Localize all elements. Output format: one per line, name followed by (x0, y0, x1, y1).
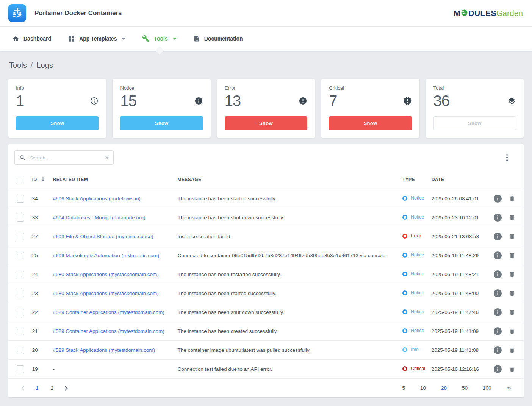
related-item-link[interactable]: #529 Stack Applications (mytestdomain.co… (53, 347, 155, 353)
column-header-id[interactable]: ID (32, 177, 37, 182)
log-id: 19 (29, 360, 50, 379)
delete-icon[interactable] (509, 328, 515, 335)
nav-documentation-label: Documentation (204, 36, 243, 42)
app-templates-icon (68, 35, 75, 42)
related-item-link[interactable]: #580 Stack Applications (mystackdomain.c… (53, 272, 159, 277)
details-info-icon[interactable] (493, 194, 502, 203)
row-checkbox[interactable] (17, 252, 24, 259)
show-total-button: Show (433, 116, 516, 130)
page-size-20[interactable]: 20 (441, 385, 447, 391)
select-all-checkbox[interactable] (17, 176, 24, 183)
row-checkbox[interactable] (17, 271, 24, 278)
delete-icon[interactable] (509, 365, 515, 373)
type-ring-icon (402, 234, 407, 239)
delete-icon[interactable] (509, 271, 515, 278)
related-item-link[interactable]: #580 Stack Applications (mystackdomain.c… (53, 290, 159, 296)
row-checkbox[interactable] (17, 365, 24, 373)
type-ring-icon (402, 309, 407, 314)
related-item-link[interactable]: #609 Marketing & Automation (mktmautic.c… (53, 253, 160, 258)
details-info-icon[interactable] (493, 251, 502, 260)
row-checkbox[interactable] (17, 290, 24, 297)
delete-icon[interactable] (509, 214, 515, 221)
delete-icon[interactable] (509, 347, 515, 354)
type-badge: Notice (402, 309, 424, 314)
page-number-1[interactable]: 1 (32, 385, 42, 391)
delete-icon[interactable] (509, 290, 515, 297)
details-info-icon[interactable] (493, 365, 502, 373)
brand-part-dules: DULES (468, 9, 496, 18)
page-size-5[interactable]: 5 (402, 385, 405, 391)
nav-documentation[interactable]: Documentation (185, 27, 251, 51)
show-critical-button[interactable]: Show (329, 116, 412, 130)
breadcrumb-tools[interactable]: Tools (9, 61, 27, 70)
page-size-all[interactable]: ∞ (507, 385, 511, 392)
log-message: The instance has been shut down successf… (175, 208, 399, 227)
type-badge: Notice (402, 271, 424, 276)
show-error-button[interactable]: Show (225, 116, 307, 130)
type-label: Notice (411, 271, 424, 276)
table-row: 27 #603 File & Object Storage (myminio.s… (8, 227, 524, 246)
type-ring-icon (402, 290, 407, 295)
details-info-icon[interactable] (493, 346, 502, 354)
delete-icon[interactable] (509, 252, 515, 259)
delete-icon[interactable] (509, 233, 515, 240)
stat-card-critical: Critical 7 Show (321, 79, 419, 138)
row-checkbox[interactable] (17, 195, 24, 203)
details-info-icon[interactable] (493, 327, 502, 336)
info-filled-icon (194, 97, 203, 105)
related-item-link[interactable]: #529 Container Applications (mytestdomai… (53, 309, 164, 315)
type-ring-icon (402, 215, 407, 220)
column-header-related[interactable]: RELATED ITEM (50, 170, 175, 189)
page-number-2[interactable]: 2 (47, 385, 57, 391)
nav-tools[interactable]: Tools (134, 27, 185, 51)
row-checkbox[interactable] (17, 347, 24, 354)
layers-icon (507, 97, 516, 105)
modulesgarden-logo: M DULES Garden (454, 9, 523, 18)
clear-search-icon[interactable]: × (105, 155, 109, 161)
page-size-options: 5 10 20 50 100 ∞ (402, 385, 511, 392)
show-notice-button[interactable]: Show (120, 116, 203, 130)
stat-label: Total (433, 85, 516, 91)
table-row: 25 #609 Marketing & Automation (mktmauti… (8, 246, 524, 265)
document-icon (193, 35, 200, 42)
related-item-link[interactable]: #604 Databases - Mongo (datanode.org) (53, 215, 146, 220)
sort-desc-icon[interactable] (41, 177, 45, 182)
column-header-message[interactable]: MESSAGE (175, 170, 399, 189)
delete-icon[interactable] (509, 309, 515, 316)
search-input[interactable] (29, 155, 102, 161)
stat-value: 13 (225, 92, 241, 109)
details-info-icon[interactable] (493, 232, 502, 241)
details-info-icon[interactable] (493, 289, 502, 298)
type-badge: Info (402, 347, 419, 352)
column-header-date[interactable]: DATE (429, 170, 487, 189)
log-message: Connected to container 06e015dfb62b758d2… (175, 246, 399, 265)
nav-dashboard[interactable]: Dashboard (4, 27, 59, 51)
column-header-type[interactable]: TYPE (399, 170, 429, 189)
row-checkbox[interactable] (17, 328, 24, 335)
row-checkbox[interactable] (17, 233, 24, 240)
details-info-icon[interactable] (493, 270, 502, 279)
details-info-icon[interactable] (493, 308, 502, 317)
show-info-button[interactable]: Show (16, 116, 99, 130)
page-size-10[interactable]: 10 (420, 385, 426, 391)
log-id: 23 (29, 284, 50, 303)
type-label: Notice (411, 214, 424, 220)
log-message: The instance has been shut down successf… (175, 303, 399, 322)
related-item-link[interactable]: #606 Stack Applications (nodeflows.io) (53, 196, 141, 201)
log-date: 2025-05-23 10:12:01 (429, 208, 487, 227)
info-outline-icon (90, 97, 99, 105)
row-checkbox[interactable] (17, 214, 24, 222)
log-id: 24 (29, 265, 50, 284)
page-size-100[interactable]: 100 (483, 385, 491, 391)
stat-value: 7 (329, 92, 337, 109)
prev-page-icon[interactable] (19, 384, 27, 392)
related-item-link[interactable]: #603 File & Object Storage (myminio.spac… (53, 234, 153, 239)
nav-app-templates[interactable]: App Templates (59, 27, 134, 51)
delete-icon[interactable] (509, 195, 515, 202)
table-options-menu-icon[interactable] (504, 152, 510, 163)
next-page-icon[interactable] (62, 384, 70, 392)
page-size-50[interactable]: 50 (462, 385, 468, 391)
details-info-icon[interactable] (493, 213, 502, 222)
row-checkbox[interactable] (17, 309, 24, 316)
related-item-link[interactable]: #529 Container Applications (mytestdomai… (53, 328, 164, 334)
